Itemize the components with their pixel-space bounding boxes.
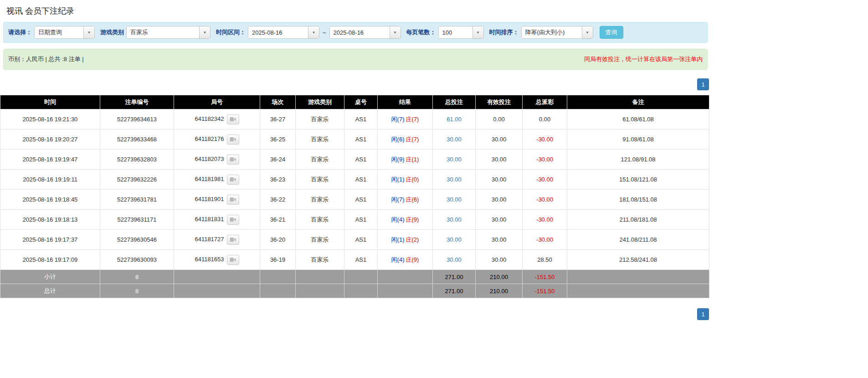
cell-result: 闲(9)庄(1)	[378, 150, 433, 170]
cell-table-no: AS1	[344, 109, 378, 129]
total-bet-link[interactable]: 30.00	[447, 136, 462, 143]
cell-result: 闲(6)庄(7)	[378, 129, 433, 150]
round-number: 641181653	[195, 256, 224, 263]
cell-session: 36-23	[260, 170, 296, 190]
total-bet-link[interactable]: 30.00	[447, 236, 462, 243]
header-total-bet: 总投注	[433, 95, 476, 109]
result-player: 闲(4)	[391, 216, 405, 223]
round-video-button[interactable]	[227, 114, 239, 124]
total-bet-link[interactable]: 30.00	[447, 196, 462, 203]
sort-input[interactable]	[522, 26, 582, 38]
total-payout: -151.50	[523, 284, 567, 298]
cell-valid-bet: 30.00	[476, 170, 523, 190]
round-video-button[interactable]	[227, 235, 239, 245]
round-number: 641182342	[195, 115, 224, 122]
cell-bet-id: 522739633468	[100, 129, 174, 150]
round-number: 641182176	[195, 135, 224, 142]
top-pagination: 1	[2, 78, 709, 90]
page-size-label: 每页笔数：	[406, 28, 436, 36]
game-type-combobox[interactable]: ▾	[126, 26, 211, 39]
cell-time: 2025-08-16 19:19:47	[0, 150, 100, 170]
cell-payout: -30.00	[523, 230, 567, 250]
total-bet-link[interactable]: 61.00	[447, 116, 462, 123]
cell-round: 641181653	[174, 250, 260, 270]
round-video-button[interactable]	[227, 255, 239, 265]
cell-game-type: 百家乐	[296, 129, 344, 150]
cell-total-bet: 30.00	[433, 250, 476, 270]
currency-summary-text: 币别：人民币 | 总共 :8 注单 |	[8, 55, 84, 63]
date-to-combobox[interactable]: ▾	[329, 26, 401, 39]
cell-note: 211.08/181.08	[567, 210, 709, 230]
result-banker: 庄(7)	[406, 136, 419, 143]
result-player: 闲(7)	[391, 116, 405, 123]
page-size-input[interactable]	[439, 26, 473, 38]
cell-time: 2025-08-16 19:19:11	[0, 170, 100, 190]
cell-valid-bet: 30.00	[476, 129, 523, 150]
chevron-down-icon[interactable]: ▾	[308, 26, 319, 38]
table-summary: 小计 8 271.00 210.00 -151.50 总计 8 271.00 2…	[0, 270, 709, 298]
subtotal-count: 8	[100, 270, 174, 284]
video-camera-icon	[230, 217, 236, 222]
page-size-combobox[interactable]: ▾	[438, 26, 484, 39]
query-type-combobox[interactable]: ▾	[34, 26, 95, 39]
bottom-pagination: 1	[2, 308, 709, 320]
chevron-down-icon[interactable]: ▾	[473, 26, 483, 38]
date-to-input[interactable]	[330, 26, 390, 38]
round-video-button[interactable]	[227, 195, 239, 205]
chevron-down-icon[interactable]: ▾	[83, 26, 94, 38]
cell-game-type: 百家乐	[296, 109, 344, 129]
table-row: 2025-08-16 19:19:47522739632803641182073…	[0, 150, 709, 170]
cell-valid-bet: 0.00	[476, 109, 523, 129]
cell-table-no: AS1	[344, 190, 378, 210]
cell-session: 36-24	[260, 150, 296, 170]
sort-combobox[interactable]: ▾	[521, 26, 593, 39]
cell-round: 641182073	[174, 150, 260, 170]
table-body: 2025-08-16 19:21:30522739634613641182342…	[0, 109, 709, 270]
cell-time: 2025-08-16 19:17:37	[0, 230, 100, 250]
cell-total-bet: 30.00	[433, 129, 476, 150]
table-row: 2025-08-16 19:18:13522739631171641181831…	[0, 210, 709, 230]
video-camera-icon	[230, 257, 236, 262]
total-bet-link[interactable]: 30.00	[447, 156, 462, 163]
cell-note: 61.08/61.08	[567, 109, 709, 129]
table-row: 2025-08-16 19:19:11522739632226641181981…	[0, 170, 709, 190]
round-video-button[interactable]	[227, 215, 239, 225]
cell-session: 36-20	[260, 230, 296, 250]
round-number: 641181727	[195, 236, 224, 243]
sort-label: 时间排序：	[489, 28, 519, 36]
query-type-input[interactable]	[35, 26, 83, 38]
round-video-button[interactable]	[227, 135, 239, 145]
cell-time: 2025-08-16 19:18:45	[0, 190, 100, 210]
header-round: 局号	[174, 95, 260, 109]
video-camera-icon	[230, 137, 236, 142]
result-player: 闲(1)	[391, 236, 405, 243]
header-result: 结果	[378, 95, 433, 109]
page-button-1[interactable]: 1	[697, 308, 709, 320]
header-session: 场次	[260, 95, 296, 109]
table-row: 2025-08-16 19:21:30522739634613641182342…	[0, 109, 709, 129]
round-video-button[interactable]	[227, 155, 239, 165]
total-bet-link[interactable]: 30.00	[447, 176, 462, 183]
search-button[interactable]: 查询	[600, 26, 623, 39]
cell-bet-id: 522739631171	[100, 210, 174, 230]
chevron-down-icon[interactable]: ▾	[582, 26, 593, 38]
page-button-1[interactable]: 1	[697, 78, 709, 90]
cell-result: 闲(1)庄(0)	[378, 170, 433, 190]
chevron-down-icon[interactable]: ▾	[199, 26, 210, 38]
notice-text: 同局有效投注，统一计算在该局第一张注单内	[584, 55, 703, 63]
cell-note: 212.58/241.08	[567, 250, 709, 270]
date-from-combobox[interactable]: ▾	[248, 26, 319, 39]
date-from-input[interactable]	[248, 26, 308, 38]
cell-table-no: AS1	[344, 150, 378, 170]
round-video-button[interactable]	[227, 175, 239, 185]
round-number: 641181981	[195, 176, 224, 182]
round-number: 641181901	[195, 196, 224, 202]
total-bet-link[interactable]: 30.00	[447, 256, 462, 263]
cell-round: 641182176	[174, 129, 260, 150]
cell-payout: 28.50	[523, 250, 567, 270]
chevron-down-icon[interactable]: ▾	[390, 26, 401, 38]
cell-result: 闲(4)庄(9)	[378, 210, 433, 230]
total-bet-link[interactable]: 30.00	[447, 216, 462, 223]
page-title: 视讯 会员下注纪录	[0, 0, 711, 22]
game-type-input[interactable]	[127, 26, 199, 38]
